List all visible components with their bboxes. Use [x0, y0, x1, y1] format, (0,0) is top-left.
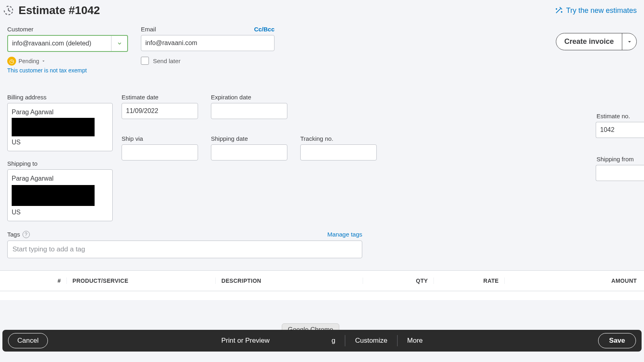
svg-point-0 [556, 8, 557, 9]
tags-input[interactable] [7, 241, 362, 258]
tracking-no-input[interactable] [300, 144, 377, 160]
estimate-no-label: Estimate no. [596, 113, 644, 119]
table-col-rate: RATE [434, 278, 505, 284]
billing-line1: Parag Agarwal [12, 107, 108, 117]
tags-label: Tags [7, 231, 20, 238]
page-title: Estimate #1042 [19, 4, 100, 17]
customize-link[interactable]: Customize [355, 337, 387, 345]
email-input[interactable] [141, 35, 275, 51]
shipping-date-input[interactable] [211, 144, 287, 160]
caret-down-icon [627, 39, 632, 45]
separator [397, 335, 398, 346]
estimate-date-input[interactable] [122, 103, 198, 119]
redacted-block [12, 118, 95, 136]
billing-line-last: US [12, 138, 108, 147]
shipping-line1: Parag Agarwal [12, 174, 108, 183]
shipping-line-last: US [12, 208, 108, 217]
customer-label: Customer [7, 26, 128, 33]
pending-status-icon: ◷ [7, 57, 16, 66]
estimate-no-input[interactable] [596, 122, 644, 138]
table-col-qty: QTY [363, 278, 434, 284]
create-invoice-button-group: Create invoice [556, 33, 637, 50]
line-items-table: # PRODUCT/SERVICE DESCRIPTION QTY RATE A… [0, 270, 644, 300]
cancel-button[interactable]: Cancel [8, 333, 48, 348]
send-later-checkbox[interactable] [141, 57, 149, 65]
ship-via-label: Ship via [122, 135, 202, 142]
shipping-to-textarea[interactable]: Parag Agarwal US [7, 169, 113, 221]
customer-select[interactable] [7, 35, 128, 52]
billing-address-textarea[interactable]: Parag Agarwal US [7, 103, 113, 151]
status-dropdown[interactable]: ◷ Pending [7, 57, 128, 66]
separator [345, 335, 345, 346]
try-new-label: Try the new estimates [566, 6, 637, 15]
save-button[interactable]: Save [598, 333, 636, 348]
svg-point-1 [561, 12, 562, 12]
expiration-date-label: Expiration date [211, 94, 291, 101]
email-label: Email [141, 26, 156, 33]
shipping-date-label: Shipping date [211, 135, 291, 142]
shipping-from-input[interactable] [596, 165, 644, 181]
create-invoice-dropdown[interactable] [622, 33, 636, 50]
manage-tags-link[interactable]: Manage tags [327, 231, 362, 238]
redacted-block [12, 185, 95, 206]
table-col-product: PRODUCT/SERVICE [67, 278, 216, 284]
create-invoice-button[interactable]: Create invoice [556, 33, 622, 50]
wand-icon [554, 6, 563, 15]
ship-via-input[interactable] [122, 144, 198, 160]
print-preview-link[interactable]: Print or Preview [221, 337, 270, 345]
caret-down-icon [41, 59, 45, 63]
table-col-num: # [13, 278, 67, 284]
history-icon[interactable] [2, 4, 14, 16]
table-col-amount: AMOUNT [505, 278, 644, 284]
help-icon[interactable]: ? [23, 231, 30, 238]
estimate-date-label: Estimate date [122, 94, 202, 101]
table-col-description: DESCRIPTION [216, 278, 363, 284]
customer-dropdown-toggle[interactable] [111, 36, 127, 51]
ccbcc-link[interactable]: Cc/Bcc [254, 26, 275, 33]
customer-input[interactable] [8, 36, 111, 51]
tracking-no-label: Tracking no. [300, 135, 381, 142]
shipping-to-label: Shipping to [7, 160, 113, 167]
billing-address-label: Billing address [7, 94, 113, 101]
try-new-estimates-link[interactable]: Try the new estimates [554, 6, 637, 15]
chevron-down-icon [117, 41, 122, 46]
shipping-from-label: Shipping from [596, 156, 644, 162]
status-label: Pending [19, 58, 39, 64]
footer-bar: Cancel Print or Preview g Customize More… [2, 330, 642, 352]
tax-exempt-link[interactable]: This customer is not tax exempt [7, 67, 128, 74]
expiration-date-input[interactable] [211, 103, 287, 119]
obscured-text: g [332, 337, 335, 345]
more-link[interactable]: More [407, 337, 423, 345]
send-later-label: Send later [153, 58, 180, 64]
